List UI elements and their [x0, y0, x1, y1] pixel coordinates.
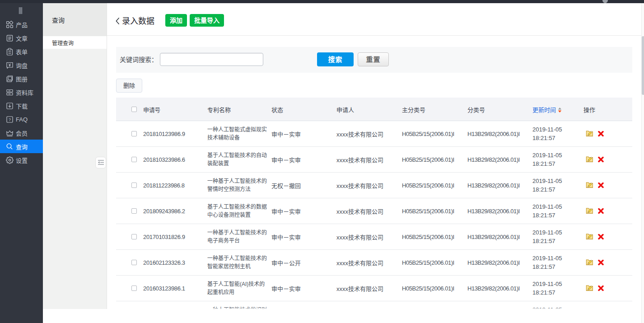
svg-text:?: ? [9, 117, 11, 122]
